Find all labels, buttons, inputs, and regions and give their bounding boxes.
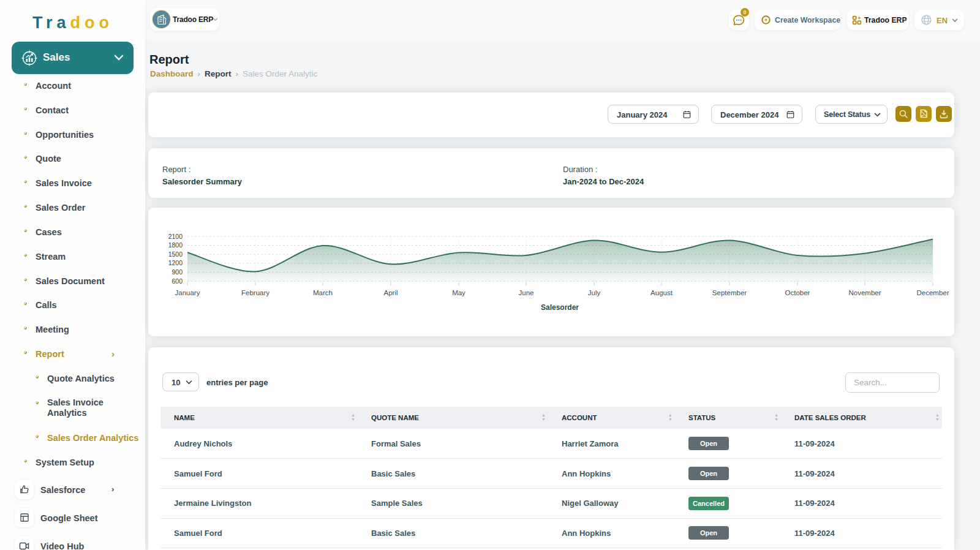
svg-text:December: December — [916, 289, 949, 296]
svg-text:January: January — [175, 289, 200, 296]
svg-text:1200: 1200 — [168, 259, 183, 266]
svg-text:1500: 1500 — [168, 251, 183, 258]
svg-text:Salesorder: Salesorder — [541, 303, 579, 312]
svg-text:November: November — [848, 289, 881, 296]
svg-text:March: March — [313, 289, 333, 296]
svg-text:August: August — [650, 289, 673, 296]
svg-text:June: June — [519, 289, 534, 296]
svg-text:October: October — [785, 289, 810, 296]
svg-text:July: July — [588, 289, 601, 296]
svg-text:February: February — [241, 289, 270, 296]
svg-text:600: 600 — [172, 277, 183, 285]
svg-text:September: September — [712, 289, 747, 296]
svg-text:May: May — [452, 289, 466, 296]
svg-text:1800: 1800 — [168, 241, 183, 249]
svg-text:2100: 2100 — [168, 233, 183, 240]
svg-text:April: April — [383, 289, 398, 296]
svg-text:900: 900 — [172, 268, 183, 276]
